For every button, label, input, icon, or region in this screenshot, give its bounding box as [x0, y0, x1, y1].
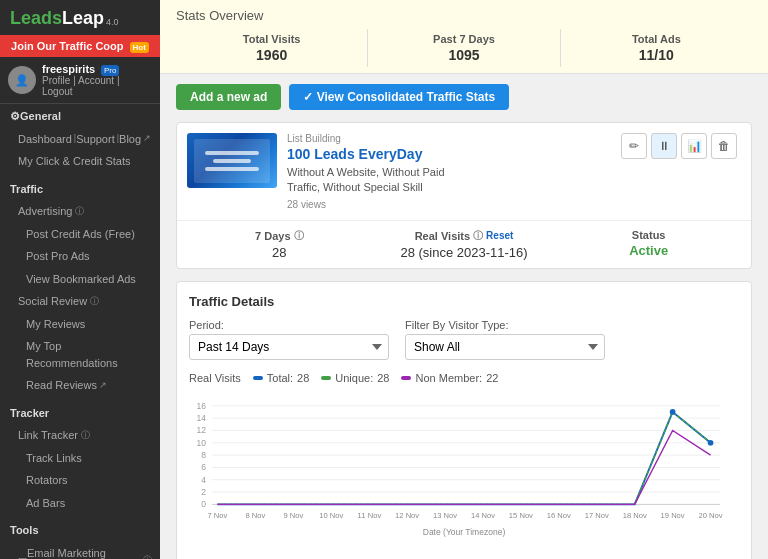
sidebar-item-dashboard[interactable]: Dashboard | Support | Blog ↗ [0, 128, 160, 151]
traffic-details-title: Traffic Details [189, 294, 739, 309]
chart-svg: 16 14 12 10 8 6 4 2 0 [189, 390, 739, 559]
thumb-line-3 [205, 167, 259, 171]
sidebar-item-advertising[interactable]: Advertising ⓘ [0, 200, 160, 223]
view-consolidated-button[interactable]: ✓ View Consolidated Traffic Stats [289, 84, 509, 110]
user-links: Profile | Account | Logout [42, 75, 152, 97]
ad-card-main: List Building 100 Leads EveryDay Without… [177, 123, 751, 220]
top-rec-label: My Top Recommendations [26, 338, 152, 371]
coop-button[interactable]: Join Our Traffic Coop Hot [0, 35, 160, 57]
social-review-info-icon: ⓘ [90, 295, 99, 309]
thumb-line-2 [213, 159, 251, 163]
advertising-info-icon: ⓘ [75, 205, 84, 219]
stats-ad-button[interactable]: 📊 [681, 133, 707, 159]
svg-text:0: 0 [201, 499, 206, 509]
sidebar-item-social-review[interactable]: Social Review ⓘ [0, 290, 160, 313]
sidebar-item-click-credit[interactable]: My Click & Credit Stats [0, 150, 160, 173]
total-visits-value: 1960 [176, 47, 367, 63]
svg-text:17 Nov: 17 Nov [585, 510, 609, 519]
reset-link[interactable]: Reset [486, 230, 513, 241]
email-marketing-info-icon: ⓘ [143, 554, 152, 559]
ad-stat-status: Status Active [556, 229, 741, 260]
sidebar-item-my-reviews[interactable]: My Reviews [0, 313, 160, 336]
svg-text:18 Nov: 18 Nov [623, 510, 647, 519]
tracker-section-label: Tracker [10, 405, 49, 422]
period-filter-group: Period: Past 14 Days Past 7 Days Past 30… [189, 319, 389, 360]
sidebar-item-bookmarked-ads[interactable]: View Bookmarked Ads [0, 268, 160, 291]
visitor-type-select[interactable]: Show All Real Visits Unique Non Member [405, 334, 605, 360]
ad-card: List Building 100 Leads EveryDay Without… [176, 122, 752, 269]
thumb-line-1 [205, 151, 259, 155]
period-select[interactable]: Past 14 Days Past 7 Days Past 30 Days Al… [189, 334, 389, 360]
real-visits-info-icon[interactable]: ⓘ [473, 229, 483, 243]
sidebar-traffic-section: Traffic [0, 177, 160, 201]
svg-text:10: 10 [197, 437, 207, 447]
sidebar-item-read-reviews[interactable]: Read Reviews ↗ [0, 374, 160, 397]
days7-info-icon[interactable]: ⓘ [294, 229, 304, 243]
avatar: 👤 [8, 66, 36, 94]
svg-text:11 Nov: 11 Nov [357, 510, 381, 519]
read-reviews-ext-icon: ↗ [99, 379, 107, 393]
social-review-label: Social Review [18, 293, 87, 310]
hot-badge: Hot [130, 42, 149, 53]
sidebar-item-general[interactable]: ⚙ General [0, 104, 160, 128]
sidebar-item-ad-bars[interactable]: Ad Bars [0, 492, 160, 515]
visitor-type-filter-group: Filter By Visitor Type: Show All Real Vi… [405, 319, 605, 360]
post-pro-ads-label: Post Pro Ads [26, 248, 90, 265]
read-reviews-label: Read Reviews [26, 377, 97, 394]
pause-ad-button[interactable]: ⏸ [651, 133, 677, 159]
svg-text:14: 14 [197, 413, 207, 423]
svg-text:6: 6 [201, 462, 206, 472]
ad-actions: ✏ ⏸ 📊 🗑 [621, 133, 741, 159]
sidebar-item-link-tracker[interactable]: Link Tracker ⓘ [0, 424, 160, 447]
ad-category: List Building [287, 133, 611, 144]
ad-stat-real-visits-value: 28 (since 2023-11-16) [372, 245, 557, 260]
bookmarked-ads-label: View Bookmarked Ads [26, 271, 136, 288]
chart-legend: Real Visits Total: 28 Unique: 28 Non Mem… [189, 372, 739, 384]
ad-stat-7days-value: 28 [187, 245, 372, 260]
sidebar-item-top-recommendations[interactable]: My Top Recommendations [0, 335, 160, 374]
user-profile-area: 👤 freespirits Pro Profile | Account | Lo… [0, 57, 160, 104]
ad-bars-label: Ad Bars [26, 495, 65, 512]
delete-ad-button[interactable]: 🗑 [711, 133, 737, 159]
sidebar-item-rotators[interactable]: Rotators [0, 469, 160, 492]
legend-total: Total: 28 [253, 372, 310, 384]
sidebar-item-track-links[interactable]: Track Links [0, 447, 160, 470]
sidebar-item-post-pro-ads[interactable]: Post Pro Ads [0, 245, 160, 268]
legend-total-label: Total: [267, 372, 293, 384]
sidebar-item-post-credit-ads[interactable]: Post Credit Ads (Free) [0, 223, 160, 246]
svg-text:12 Nov: 12 Nov [395, 510, 419, 519]
svg-text:Date (Your Timezone): Date (Your Timezone) [423, 527, 506, 537]
ad-title[interactable]: 100 Leads EveryDay [287, 146, 611, 162]
sidebar-item-email-marketing[interactable]: ✉ Email Marketing (SendSteed) ⓘ [0, 542, 160, 560]
ad-thumbnail [187, 133, 277, 188]
legend-unique-value: 28 [377, 372, 389, 384]
legend-unique-dot [321, 376, 331, 380]
my-reviews-label: My Reviews [26, 316, 85, 333]
ad-views: 28 views [287, 199, 611, 210]
svg-text:9 Nov: 9 Nov [283, 510, 303, 519]
legend-unique-label: Unique: [335, 372, 373, 384]
legend-total-value: 28 [297, 372, 309, 384]
edit-ad-button[interactable]: ✏ [621, 133, 647, 159]
svg-text:7 Nov: 7 Nov [208, 510, 228, 519]
ad-stat-7days-label: 7 Days ⓘ [187, 229, 372, 243]
ad-stat-status-label: Status [556, 229, 741, 241]
visitor-type-filter-label: Filter By Visitor Type: [405, 319, 605, 331]
ad-stat-status-value: Active [556, 243, 741, 258]
svg-point-19 [708, 440, 714, 446]
legend-total-dot [253, 376, 263, 380]
post-credit-ads-label: Post Credit Ads (Free) [26, 226, 135, 243]
account-link[interactable]: Account [78, 75, 114, 86]
rotators-label: Rotators [26, 472, 68, 489]
dashboard-label: Dashboard [18, 131, 72, 148]
svg-text:8: 8 [201, 450, 206, 460]
ad-info: List Building 100 Leads EveryDay Without… [287, 133, 611, 210]
svg-text:12: 12 [197, 425, 207, 435]
profile-link[interactable]: Profile [42, 75, 70, 86]
total-ads-value: 11/10 [561, 47, 752, 63]
traffic-section-label: Traffic [10, 181, 43, 198]
total-ads-label: Total Ads [561, 33, 752, 45]
general-label: General [20, 108, 61, 125]
add-new-ad-button[interactable]: Add a new ad [176, 84, 281, 110]
logout-link[interactable]: Logout [42, 86, 73, 97]
